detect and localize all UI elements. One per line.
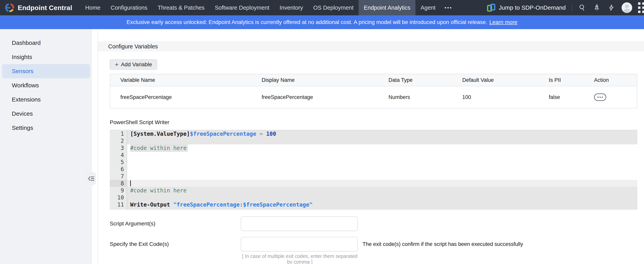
column-header-default-value: Default Value: [462, 77, 549, 83]
code-token: "freeSpacePercentage:$freeSpacePercentag…: [173, 202, 312, 208]
editor-line-6[interactable]: 6: [110, 166, 637, 173]
exit-codes-input[interactable]: [241, 237, 358, 252]
nav-item-configurations[interactable]: Configurations: [106, 0, 152, 15]
code-token: [System.ValueType]: [130, 130, 190, 137]
sidebar-item-insights[interactable]: Insights: [2, 50, 90, 64]
row-actions-ellipsis-icon[interactable]: [594, 94, 606, 101]
editor-line-8[interactable]: 8: [110, 180, 637, 187]
page-title: Configure Variables: [98, 41, 644, 52]
line-code: #code within here: [127, 144, 637, 152]
sidebar-item-extensions[interactable]: Extensions: [2, 92, 90, 106]
code-token: =: [256, 130, 266, 137]
editor-line-9[interactable]: 9#code within here: [110, 187, 637, 194]
exit-codes-label: Specify the Exit Code(s): [110, 241, 241, 247]
flash-icon[interactable]: [607, 3, 616, 12]
table-cell-action: [594, 94, 637, 101]
sdp-icon: [487, 3, 496, 12]
line-number: 5: [110, 158, 127, 166]
sidebar-item-workflows[interactable]: Workflows: [2, 78, 90, 92]
table-cell: false: [549, 94, 594, 100]
topbar-divider: [572, 4, 572, 12]
editor-line-7[interactable]: 7: [110, 173, 637, 180]
sidebar-collapse-button[interactable]: [86, 172, 96, 185]
line-code: [127, 152, 637, 158]
line-code: Write-Output "freeSpacePercentage:$freeS…: [127, 201, 637, 208]
search-icon[interactable]: [578, 3, 586, 12]
script-arguments-input[interactable]: [241, 216, 358, 231]
line-code: [127, 194, 637, 201]
nav-more-button[interactable]: •••: [440, 0, 456, 15]
code-token: 100: [266, 130, 276, 137]
variables-table: Variable NameDisplay NameData TypeDefaul…: [110, 74, 637, 108]
topbar-right: Jump to SDP-OnDemand: [487, 0, 644, 15]
editor-line-11[interactable]: 11Write-Output "freeSpacePercentage:$fre…: [110, 201, 637, 208]
editor-line-3[interactable]: 3#code within here: [110, 144, 637, 152]
text-cursor: [130, 180, 131, 186]
line-code: [127, 173, 637, 180]
line-code: #code within here: [127, 187, 637, 194]
nav-item-threats-patches[interactable]: Threats & Patches: [152, 0, 210, 15]
line-number: 11: [110, 201, 127, 208]
line-number: 1: [110, 130, 127, 137]
plus-icon: +: [115, 62, 118, 68]
learn-more-link[interactable]: Learn more: [489, 19, 517, 26]
exit-codes-row: Specify the Exit Code(s) The exit code(s…: [110, 237, 637, 252]
jump-to-sdp-link[interactable]: Jump to SDP-OnDemand: [487, 3, 566, 12]
code-token: #code within here: [130, 187, 187, 194]
brand-title: Endpoint Central: [18, 4, 72, 12]
table-cell: Numbers: [388, 94, 462, 100]
table-cell: freeSpacePercentage: [262, 94, 388, 100]
main-nav: HomeConfigurationsThreats & PatchesSoftw…: [80, 0, 456, 15]
editor-line-1[interactable]: 1[System.ValueType]$freeSpacePercentage …: [110, 130, 637, 137]
editor-bottom-filler: [110, 208, 637, 210]
line-number: 7: [110, 173, 127, 180]
line-number: 2: [110, 137, 127, 144]
variables-table-header: Variable NameDisplay NameData TypeDefaul…: [110, 74, 637, 86]
nav-item-home[interactable]: Home: [80, 0, 106, 15]
editor-line-4[interactable]: 4: [110, 152, 637, 158]
script-arguments-label: Script Argument(s): [110, 220, 241, 227]
code-token: Write-Output: [130, 202, 173, 208]
script-writer-title: PowerShell Script Writer: [110, 119, 637, 126]
line-code: [127, 166, 637, 173]
nav-item-agent[interactable]: Agent: [416, 0, 440, 15]
early-access-banner: Exclusive early access unlocked: Endpoin…: [0, 15, 644, 29]
add-variable-button[interactable]: + Add Variable: [110, 60, 157, 70]
line-number: 3: [110, 144, 127, 152]
editor-line-10[interactable]: 10: [110, 194, 637, 201]
sidebar: DashboardInsightsSensorsWorkflowsExtensi…: [0, 29, 92, 264]
sidebar-item-devices[interactable]: Devices: [2, 106, 90, 121]
apps-grid-icon[interactable]: [638, 2, 644, 13]
column-header-data-type: Data Type: [388, 77, 462, 83]
column-header-display-name: Display Name: [262, 77, 388, 83]
sidebar-item-settings[interactable]: Settings: [2, 121, 90, 135]
nav-item-endpoint-analytics[interactable]: Endpoint Analytics: [358, 0, 416, 15]
endpoint-central-logo-icon: [5, 3, 14, 12]
sidebar-item-sensors[interactable]: Sensors: [2, 64, 90, 78]
sidebar-item-dashboard[interactable]: Dashboard: [2, 36, 90, 50]
main-panel: Configure Variables + Add Variable Varia…: [98, 29, 644, 264]
table-cell: 100: [462, 94, 549, 100]
table-cell: freeSpacePercentage: [110, 94, 262, 100]
line-code: [127, 180, 637, 187]
line-code: [System.ValueType]$freeSpacePercentage =…: [127, 130, 637, 137]
line-code: [127, 137, 637, 144]
line-number: 10: [110, 194, 127, 201]
table-row: freeSpacePercentagefreeSpacePercentageNu…: [110, 86, 637, 108]
line-number: 6: [110, 166, 127, 173]
nav-item-os-deployment[interactable]: OS Deployment: [308, 0, 359, 15]
column-header-variable-name: Variable Name: [110, 77, 262, 83]
jump-to-sdp-label: Jump to SDP-OnDemand: [499, 4, 566, 11]
editor-line-5[interactable]: 5: [110, 158, 637, 166]
editor-line-2[interactable]: 2: [110, 137, 637, 144]
script-arguments-row: Script Argument(s): [110, 216, 637, 231]
top-navbar: Endpoint Central HomeConfigurationsThrea…: [0, 0, 644, 15]
exit-codes-help: The exit code(s) confirm if the script h…: [362, 241, 523, 247]
user-avatar[interactable]: [622, 2, 632, 13]
banner-text: Exclusive early access unlocked: Endpoin…: [126, 19, 487, 26]
nav-item-inventory[interactable]: Inventory: [274, 0, 308, 15]
rocket-icon[interactable]: [592, 3, 601, 12]
powershell-script-editor[interactable]: 1[System.ValueType]$freeSpacePercentage …: [110, 130, 637, 210]
nav-item-software-deployment[interactable]: Software Deployment: [210, 0, 274, 15]
content-divider: [92, 29, 98, 264]
